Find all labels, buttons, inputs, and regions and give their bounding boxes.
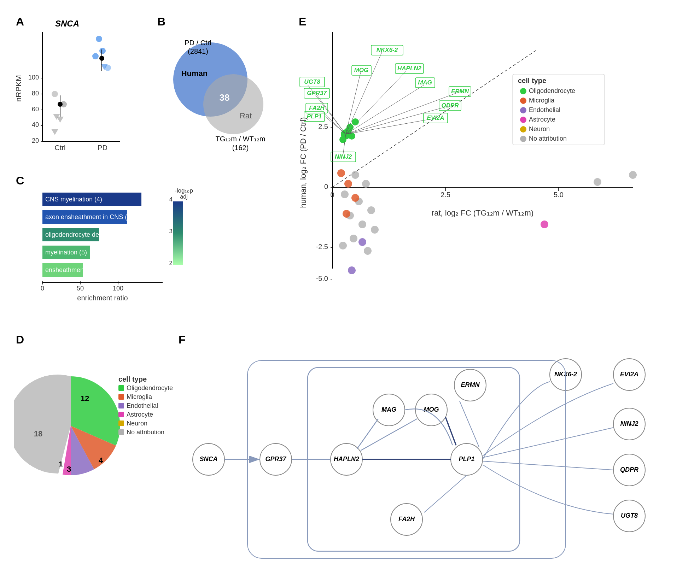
f-label-ugt8: UGT8 [621, 512, 638, 519]
e-label-mag: MAG [418, 79, 432, 86]
bar-4-label: myelination (5) [45, 249, 87, 256]
pd-mean [99, 56, 104, 61]
panel-a-y-label: nRPKM [14, 75, 23, 102]
f-label-ninj2: NINJ2 [620, 420, 638, 427]
e-x-tick-50: 5.0 [554, 191, 564, 199]
e-gray-12 [594, 178, 601, 186]
panel-c-svg: C CNS myelination (4) axon ensheathment … [14, 173, 212, 322]
panel-c: C CNS myelination (4) axon ensheathment … [14, 173, 198, 322]
panel-a-title: SNCA [55, 19, 79, 28]
venn-tg-wt-count: (162) [232, 144, 249, 152]
e-y-tick-0: 0 [324, 183, 328, 190]
e-gray-13 [629, 171, 637, 179]
e-y-tick-n25: -2.5 [316, 243, 328, 251]
f-label-evi2a: EVI2A [620, 371, 638, 378]
legend-noattr-swatch [118, 429, 124, 435]
venn-tg-wt-label: TG₁₂m / WT₁₂m [216, 135, 266, 143]
e-line-evi2a [346, 118, 435, 134]
y-tick-40: 40 [32, 121, 39, 128]
pd-circle-1 [92, 53, 99, 59]
venn-pd-ctrl-count: (2841) [188, 47, 208, 55]
e-line-nkx6 [346, 52, 382, 134]
x-tick-50: 50 [77, 285, 84, 292]
colorbar [173, 201, 183, 265]
panel-d-svg: D [14, 332, 184, 502]
e-label-ninj2: NINJ2 [335, 153, 352, 160]
f-label-plp1: PLP1 [459, 455, 474, 463]
f-edge-plp1-nkx6 [483, 382, 550, 459]
pie-label-micro: 4 [99, 456, 103, 465]
e-gray-10 [339, 242, 347, 249]
e-label-fa2h: FA2H [309, 105, 325, 111]
e-x-label: rat, log₂ FC (TG₁₂m / WT₁₂m) [432, 208, 533, 217]
f-edge-plp1-ninj2 [483, 428, 613, 458]
e-leg-noattr-dot [520, 136, 526, 142]
venn-human-label: Human [181, 69, 208, 78]
panel-e: E 0 2.5 5.0 [297, 14, 686, 318]
f-label-hapln2: HAPLN2 [334, 455, 359, 463]
e-legend-title: cell type [518, 77, 546, 84]
panel-c-x-label: enrichment ratio [77, 294, 128, 302]
panel-e-label: E [299, 15, 306, 28]
e-line-mog [346, 72, 361, 134]
e-label-hapln2: HAPLN2 [397, 65, 422, 72]
panel-c-label: C [16, 174, 24, 187]
colorbar-label: -log₁₀p [175, 187, 193, 194]
y-tick-80: 80 [32, 90, 39, 97]
panel-f: F SNCA GPR37 HAPLN2 PLP1 MAG MOG ERMN [177, 332, 686, 580]
legend-oligo-label: Oligodendrocyte [127, 384, 173, 392]
f-edge-plp1-ugt8 [483, 465, 613, 514]
e-leg-astro-label: Astrocyte [529, 116, 555, 123]
f-edge-plp1-ermn [460, 401, 479, 447]
e-label-ugt8: UGT8 [304, 78, 320, 85]
e-y-label: human, log₂ FC (PD / Ctrl) [299, 117, 308, 208]
e-micro-2 [344, 180, 352, 188]
e-line-hapln2 [346, 71, 407, 134]
panel-a-svg: A SNCA 20 40 60 80 100 nRPKM Ctrl [14, 14, 148, 163]
f-label-snca: SNCA [199, 455, 217, 463]
e-gray-5 [367, 206, 375, 214]
e-leg-oligo-label: Oligodendrocyte [529, 87, 575, 94]
f-label-gpr37: GPR37 [265, 455, 286, 463]
e-label-gpr37: GPR37 [307, 90, 327, 96]
legend-neuron-label: Neuron [127, 420, 147, 427]
e-leg-endo-dot [520, 107, 526, 113]
e-leg-neuron-label: Neuron [529, 125, 550, 133]
x-tick-pd: PD [98, 144, 107, 152]
e-leg-micro-label: Microglia [529, 97, 555, 104]
legend-endo-swatch [118, 403, 124, 408]
f-label-mog: MOG [424, 406, 439, 413]
venn-overlap-text: 38 [220, 92, 230, 103]
e-x-tick-25: 2.5 [441, 191, 450, 199]
e-label-mog: MOG [354, 67, 369, 74]
e-leg-oligo-dot [520, 88, 526, 94]
e-label-nkx6: NKX6-2 [377, 47, 398, 53]
x-tick-0: 0 [41, 285, 44, 292]
f-label-qdpr: QDPR [620, 466, 638, 473]
y-tick-100: 100 [28, 74, 39, 81]
ctrl-dot-1 [51, 129, 58, 135]
legend-micro-label: Microglia [127, 393, 152, 400]
e-y-tick-25: 2.5 [318, 123, 328, 130]
x-tick-100: 100 [113, 285, 123, 292]
e-gray-2 [362, 180, 370, 188]
f-label-fa2h: FA2H [398, 516, 415, 523]
figure-container: A SNCA 20 40 60 80 100 nRPKM Ctrl [0, 0, 700, 588]
pd-circle-3 [96, 36, 102, 42]
panel-b-svg: B 38 Human PD / Ctrl (2841) Rat TG₁₂m / … [156, 14, 290, 163]
y-tick-20: 20 [32, 137, 39, 144]
legend-endo-label: Endothelial [127, 402, 158, 409]
ctrl-circle-2 [52, 91, 58, 97]
pie-label-oligo: 12 [81, 394, 89, 403]
pie-label-endo: 3 [67, 465, 71, 474]
bar-5-label: ensheathment of neurons (5) [45, 266, 127, 274]
legend-noattr-label: No attribution [127, 429, 164, 436]
panel-d: D [14, 332, 184, 502]
e-label-evi2a: EVI2A [427, 114, 444, 121]
f-edge-hapln2-mag [357, 419, 378, 449]
e-line-plp1 [325, 117, 346, 134]
f-edge-plp1-evi2a [483, 383, 613, 456]
legend-neuron-swatch [118, 421, 124, 426]
e-endo-2 [348, 266, 356, 274]
bar-2-label: axon ensheathment in CNS (4) [45, 213, 133, 220]
